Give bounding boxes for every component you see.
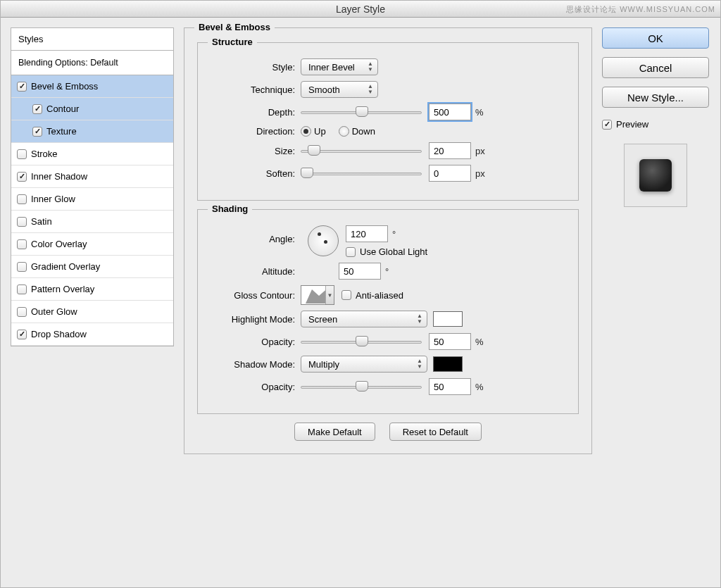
- shadow-opacity-input[interactable]: 50: [429, 378, 471, 395]
- angle-label: Angle:: [211, 225, 301, 244]
- style-row-satin[interactable]: Satin: [11, 211, 173, 233]
- shadow-opacity-slider[interactable]: [301, 380, 422, 393]
- cancel-button[interactable]: Cancel: [602, 57, 709, 78]
- shading-legend: Shading: [208, 204, 252, 214]
- size-unit: px: [475, 146, 485, 156]
- styles-panel: Styles Blending Options: Default Bevel &…: [11, 27, 174, 346]
- ok-button[interactable]: OK: [602, 27, 709, 49]
- style-label: Drop Shadow: [31, 329, 87, 339]
- style-row-pattern-overlay[interactable]: Pattern Overlay: [11, 278, 173, 301]
- depth-slider[interactable]: [301, 106, 422, 118]
- up-label[interactable]: Up: [314, 126, 326, 137]
- style-label: Inner Shadow: [31, 171, 87, 182]
- make-default-button[interactable]: Make Default: [294, 423, 375, 441]
- technique-select[interactable]: Smooth▲▼: [301, 81, 378, 98]
- direction-up-radio[interactable]: [301, 126, 311, 137]
- structure-group: Structure Style: Inner Bevel▲▼ Technique…: [197, 42, 579, 201]
- style-label: Style:: [211, 62, 301, 73]
- style-label: Satin: [31, 216, 52, 227]
- style-label: Gradient Overlay: [31, 261, 100, 272]
- style-label: Outer Glow: [31, 306, 77, 317]
- global-light-label[interactable]: Use Global Light: [360, 246, 427, 257]
- highlight-color-swatch[interactable]: [433, 311, 463, 327]
- style-row-texture[interactable]: Texture: [11, 120, 173, 143]
- style-row-inner-shadow[interactable]: Inner Shadow: [11, 165, 173, 188]
- chevron-updown-icon: ▲▼: [368, 61, 373, 73]
- style-checkbox[interactable]: [17, 149, 27, 159]
- antialias-label[interactable]: Anti-aliased: [356, 290, 403, 301]
- window-title: Layer Style: [336, 4, 385, 15]
- style-checkbox[interactable]: [17, 307, 27, 317]
- style-row-color-overlay[interactable]: Color Overlay: [11, 233, 173, 256]
- titlebar[interactable]: Layer Style 思缘设计论坛 WWW.MISSYUAN.COM: [1, 1, 720, 18]
- depth-unit: %: [475, 107, 484, 118]
- s-opacity-unit: %: [475, 382, 484, 392]
- size-label: Size:: [211, 146, 301, 156]
- gloss-contour-label: Gloss Contour:: [211, 290, 301, 301]
- style-checkbox[interactable]: [17, 172, 27, 182]
- size-slider[interactable]: [301, 144, 422, 157]
- direction-down-radio[interactable]: [339, 126, 349, 137]
- style-checkbox[interactable]: [17, 239, 27, 249]
- soften-label: Soften:: [211, 168, 301, 179]
- layer-style-dialog: Layer Style 思缘设计论坛 WWW.MISSYUAN.COM Styl…: [0, 0, 721, 588]
- style-checkbox[interactable]: [17, 262, 27, 272]
- chevron-updown-icon: ▲▼: [417, 313, 422, 325]
- style-row-bevel-emboss[interactable]: Bevel & Emboss: [11, 75, 173, 98]
- style-label: Bevel & Emboss: [31, 81, 98, 92]
- new-style-button[interactable]: New Style...: [602, 87, 709, 108]
- style-label: Color Overlay: [31, 239, 87, 249]
- global-light-checkbox[interactable]: [346, 247, 356, 257]
- reset-default-button[interactable]: Reset to Default: [389, 423, 482, 441]
- style-checkbox[interactable]: [32, 127, 42, 137]
- style-checkbox[interactable]: [17, 194, 27, 204]
- preview-label[interactable]: Preview: [616, 119, 648, 130]
- chevron-updown-icon: ▲▼: [368, 84, 373, 95]
- shadow-color-swatch[interactable]: [433, 356, 463, 372]
- structure-legend: Structure: [208, 37, 257, 47]
- style-label: Pattern Overlay: [31, 284, 94, 294]
- soften-input[interactable]: 0: [429, 165, 471, 182]
- down-label[interactable]: Down: [352, 126, 375, 137]
- style-row-outer-glow[interactable]: Outer Glow: [11, 301, 173, 323]
- style-label: Inner Glow: [31, 194, 75, 204]
- direction-label: Direction:: [211, 126, 301, 137]
- style-row-contour[interactable]: Contour: [11, 98, 173, 120]
- highlight-mode-select[interactable]: Screen▲▼: [301, 311, 427, 327]
- style-label: Texture: [46, 126, 77, 137]
- style-checkbox[interactable]: [32, 104, 42, 114]
- style-checkbox[interactable]: [17, 330, 27, 339]
- style-row-drop-shadow[interactable]: Drop Shadow: [11, 323, 173, 346]
- angle-wheel[interactable]: [308, 225, 339, 256]
- soften-slider[interactable]: [301, 167, 422, 180]
- style-row-stroke[interactable]: Stroke: [11, 143, 173, 165]
- style-row-gradient-overlay[interactable]: Gradient Overlay: [11, 256, 173, 278]
- angle-input[interactable]: 120: [346, 225, 388, 242]
- chevron-updown-icon: ▲▼: [417, 358, 422, 370]
- shadow-opacity-label: Opacity:: [211, 382, 301, 392]
- gloss-contour-picker[interactable]: ▼: [301, 285, 334, 305]
- altitude-label: Altitude:: [211, 266, 301, 277]
- preview-checkbox[interactable]: [602, 120, 612, 130]
- blending-options[interactable]: Blending Options: Default: [11, 51, 173, 75]
- depth-input[interactable]: 500: [429, 104, 471, 120]
- highlight-opacity-label: Opacity:: [211, 337, 301, 347]
- preview-thumbnail: [624, 144, 687, 207]
- style-checkbox[interactable]: [17, 82, 27, 92]
- shadow-mode-select[interactable]: Multiply▲▼: [301, 356, 427, 373]
- highlight-opacity-input[interactable]: 50: [429, 333, 471, 350]
- size-input[interactable]: 20: [429, 142, 471, 159]
- style-label: Contour: [46, 104, 79, 114]
- highlight-opacity-slider[interactable]: [301, 335, 422, 348]
- shading-group: Shading Angle: 120 ° Use Global Light: [197, 209, 579, 414]
- altitude-input[interactable]: 50: [339, 263, 381, 280]
- altitude-unit: °: [385, 266, 389, 277]
- style-row-inner-glow[interactable]: Inner Glow: [11, 188, 173, 211]
- shadow-mode-label: Shadow Mode:: [211, 359, 301, 370]
- watermark: 思缘设计论坛 WWW.MISSYUAN.COM: [566, 4, 715, 15]
- style-checkbox[interactable]: [17, 284, 27, 294]
- style-select[interactable]: Inner Bevel▲▼: [301, 58, 378, 75]
- antialias-checkbox[interactable]: [341, 290, 351, 300]
- styles-header[interactable]: Styles: [11, 28, 173, 51]
- style-checkbox[interactable]: [17, 217, 27, 227]
